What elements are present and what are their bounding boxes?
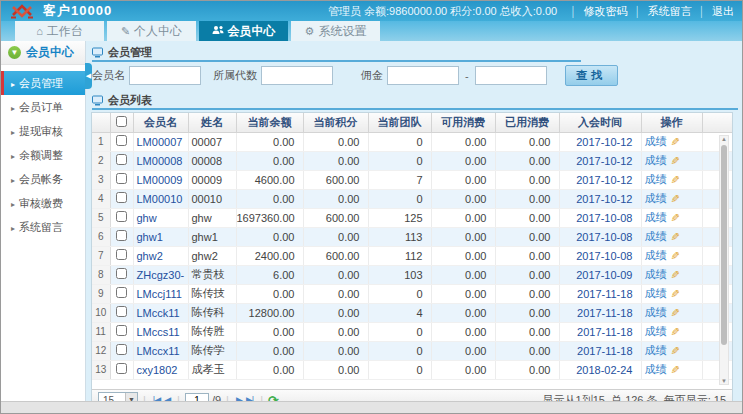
row-checkbox[interactable] (116, 249, 127, 260)
cell-member-name: LMccj111 (133, 284, 188, 303)
system-message-link[interactable]: 系统留言 (628, 4, 692, 19)
cell-join-date: 2017-11-18 (559, 322, 641, 341)
member-name-input[interactable] (129, 66, 201, 85)
cell-balance: 0.00 (236, 189, 303, 208)
sidebar-item-active[interactable]: ▸会员管理 (1, 71, 85, 95)
edit-pencil-icon[interactable]: ✎ (668, 308, 681, 317)
cell-real-name: 00010 (188, 189, 236, 208)
row-checkbox[interactable] (116, 173, 127, 184)
cell-real-name: 陈传技 (188, 284, 236, 303)
cell-join-date: 2017-10-12 (559, 189, 641, 208)
commission-min-input[interactable] (387, 66, 459, 85)
score-link[interactable]: 成绩 (645, 268, 667, 280)
sidebar-item-link[interactable]: ▸会员帐务 (1, 167, 85, 191)
cell-team: 0 (368, 189, 431, 208)
cell-points: 0.00 (303, 303, 368, 322)
sidebar-item-link[interactable]: ▸系统留言 (1, 215, 85, 239)
cell-used: 0.00 (495, 132, 559, 151)
cell-join-date: 2017-11-18 (559, 303, 641, 322)
table-row: 7ghw2ghw22400.00600.001120.000.002017-10… (92, 246, 732, 265)
score-link[interactable]: 成绩 (645, 192, 667, 204)
score-link[interactable]: 成绩 (645, 211, 667, 223)
edit-pencil-icon[interactable]: ✎ (668, 137, 681, 146)
score-link[interactable]: 成绩 (645, 230, 667, 242)
scroll-up-icon[interactable]: ▲ (720, 136, 728, 142)
sidebar: ▼ 会员中心 ▸会员管理▸会员订单▸提现审核▸余额调整▸会员帐务▸审核缴费▸系统… (1, 41, 86, 403)
select-all-checkbox[interactable] (116, 116, 127, 127)
logout-link[interactable]: 退出 (692, 4, 734, 19)
column-header: 可用消费 (431, 113, 495, 132)
sidebar-menu: ▸会员管理▸会员订单▸提现审核▸余额调整▸会员帐务▸审核缴费▸系统留言 (1, 71, 85, 239)
score-link[interactable]: 成绩 (645, 325, 667, 337)
edit-pencil-icon[interactable]: ✎ (668, 175, 681, 184)
sidebar-collapse-handle[interactable]: ◀ (85, 63, 92, 89)
row-checkbox[interactable] (116, 363, 127, 374)
triangle-bullet-icon: ▸ (11, 104, 15, 113)
cell-real-name: 00008 (188, 151, 236, 170)
row-checkbox[interactable] (116, 268, 127, 279)
row-checkbox-cell (110, 151, 133, 170)
score-link[interactable]: 成绩 (645, 363, 667, 375)
row-checkbox[interactable] (116, 154, 127, 165)
edit-pencil-icon[interactable]: ✎ (668, 213, 681, 222)
edit-pencil-icon[interactable]: ✎ (668, 346, 681, 355)
scroll-down-icon[interactable]: ▼ (720, 378, 728, 384)
row-checkbox-cell (110, 208, 133, 227)
edit-pencil-icon[interactable]: ✎ (668, 251, 681, 260)
tab-system-settings[interactable]: ⚙ 系统设置 (291, 21, 380, 41)
cell-member-name: LMcck11 (133, 303, 188, 322)
row-number-cell: 7 (92, 246, 110, 265)
edit-pencil-icon[interactable]: ✎ (668, 327, 681, 336)
score-link[interactable]: 成绩 (645, 249, 667, 261)
score-link[interactable]: 成绩 (645, 344, 667, 356)
scrollbar-thumb[interactable] (721, 145, 727, 345)
score-link[interactable]: 成绩 (645, 154, 667, 166)
row-checkbox[interactable] (116, 211, 127, 222)
table-row: 3LM00009000094600.00600.0070.000.002017-… (92, 170, 732, 189)
edit-pencil-icon[interactable]: ✎ (668, 289, 681, 298)
commission-max-input[interactable] (475, 66, 547, 85)
row-checkbox[interactable] (116, 135, 127, 146)
sidebar-item-label: 提现审核 (19, 125, 63, 137)
generation-input[interactable] (261, 66, 333, 85)
sidebar-header[interactable]: ▼ 会员中心 (1, 41, 85, 65)
cell-balance: 2400.00 (236, 246, 303, 265)
cell-member-name: ZHcgz30- (133, 265, 188, 284)
score-link[interactable]: 成绩 (645, 306, 667, 318)
tab-member-center[interactable]: 会员中心 (199, 21, 288, 41)
row-checkbox[interactable] (116, 344, 127, 355)
edit-pencil-icon[interactable]: ✎ (668, 232, 681, 241)
cell-points: 600.00 (303, 170, 368, 189)
row-checkbox[interactable] (116, 230, 127, 241)
cell-used: 0.00 (495, 151, 559, 170)
sidebar-item-link[interactable]: ▸会员订单 (1, 95, 85, 119)
cell-member-name: LM00010 (133, 189, 188, 208)
table-scrollbar[interactable]: ▲ ▼ (719, 135, 729, 385)
row-checkbox[interactable] (116, 287, 127, 298)
sidebar-item-link[interactable]: ▸余额调整 (1, 143, 85, 167)
row-checkbox[interactable] (116, 192, 127, 203)
row-checkbox[interactable] (116, 306, 127, 317)
edit-pencil-icon[interactable]: ✎ (668, 365, 681, 374)
cell-balance: 0.00 (236, 341, 303, 360)
tab-personal-center[interactable]: ✎ 个人中心 (107, 21, 196, 41)
edit-pencil-icon[interactable]: ✎ (668, 194, 681, 203)
score-link[interactable]: 成绩 (645, 287, 667, 299)
cell-actions: 成绩✎ (641, 360, 702, 379)
score-link[interactable]: 成绩 (645, 135, 667, 147)
column-header: 会员名 (133, 113, 188, 132)
score-link[interactable]: 成绩 (645, 173, 667, 185)
tab-workbench[interactable]: ⌂ 工作台 (15, 21, 104, 41)
row-checkbox[interactable] (116, 325, 127, 336)
sidebar-item-link[interactable]: ▸审核缴费 (1, 191, 85, 215)
cell-used: 0.00 (495, 360, 559, 379)
row-checkbox-cell (110, 341, 133, 360)
column-header: 姓名 (188, 113, 236, 132)
edit-pencil-icon[interactable]: ✎ (668, 156, 681, 165)
row-checkbox-cell (110, 284, 133, 303)
change-password-link[interactable]: 修改密码 (563, 4, 627, 19)
edit-pencil-icon[interactable]: ✎ (668, 270, 681, 279)
cell-team: 0 (368, 341, 431, 360)
sidebar-item-link[interactable]: ▸提现审核 (1, 119, 85, 143)
search-button[interactable]: 查找 (565, 65, 618, 86)
